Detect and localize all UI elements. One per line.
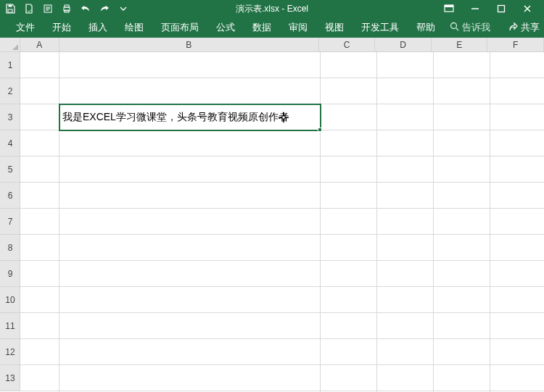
svg-rect-7 [445,5,453,7]
row-header-7[interactable]: 7 [0,209,20,235]
row-header-4[interactable]: 4 [0,130,20,157]
tell-me-label: 告诉我 [462,21,490,34]
column-header-B[interactable]: B [59,38,319,52]
ribbon-tabs: 文件 开始 插入 绘图 页面布局 公式 数据 审阅 视图 开发工具 帮助 告诉我… [0,17,544,38]
fill-handle[interactable] [318,128,322,132]
row-header-10[interactable]: 10 [0,287,20,313]
svg-rect-9 [498,6,505,12]
share-icon [508,22,518,33]
column-header-D[interactable]: D [375,38,432,52]
undo-icon[interactable] [80,3,91,14]
svg-point-10 [451,23,457,29]
column-header-C[interactable]: C [319,38,376,52]
close-icon[interactable] [521,2,534,15]
quick-print-icon[interactable] [61,3,73,14]
share-button[interactable]: 共享 [508,21,540,34]
row-header-8[interactable]: 8 [0,235,20,261]
row-header-12[interactable]: 12 [0,339,20,365]
cell-grid[interactable]: 我是EXCEL学习微课堂，头条号教育视频原创作者 [20,52,544,392]
select-all-button[interactable] [0,38,20,52]
worksheet-area: ABCDEF 12345678910111213 我是EXCEL学习微课堂，头条… [0,38,544,392]
svg-rect-4 [65,5,69,7]
column-header-F[interactable]: F [487,38,544,52]
ribbon-display-options-icon[interactable] [442,2,456,15]
row-header-5[interactable]: 5 [0,157,20,183]
tab-insert[interactable]: 插入 [80,17,116,38]
tab-formulas[interactable]: 公式 [207,17,244,38]
row-header-11[interactable]: 11 [0,313,20,339]
tab-file[interactable]: 文件 [7,17,44,38]
tab-draw[interactable]: 绘图 [116,17,152,38]
svg-rect-1 [9,5,12,7]
tab-home[interactable]: 开始 [44,17,80,38]
column-header-E[interactable]: E [432,38,488,52]
column-headers: ABCDEF [20,38,544,52]
row-header-6[interactable]: 6 [0,183,20,209]
print-preview-icon[interactable] [42,3,54,14]
qat-customize-icon[interactable] [118,3,129,14]
row-headers: 12345678910111213 [0,52,20,391]
row-header-2[interactable]: 2 [0,78,20,104]
row-header-3[interactable]: 3 [0,104,20,130]
svg-line-11 [456,28,459,31]
title-bar: 演示表.xlsx - Excel [0,0,544,17]
tab-view[interactable]: 视图 [316,17,353,38]
row-header-13[interactable]: 13 [0,365,20,391]
tell-me-search[interactable]: 告诉我 [450,21,490,34]
cell-B3[interactable]: 我是EXCEL学习微课堂，头条号教育视频原创作者 [59,104,289,130]
minimize-icon[interactable] [469,2,482,15]
new-file-icon[interactable] [23,3,35,14]
maximize-icon[interactable] [495,2,508,15]
row-header-9[interactable]: 9 [0,261,20,287]
tab-page-layout[interactable]: 页面布局 [152,17,207,38]
tab-help[interactable]: 帮助 [408,17,444,38]
window-title: 演示表.xlsx - Excel [236,3,308,15]
row-header-1[interactable]: 1 [0,52,20,78]
redo-icon[interactable] [99,3,110,14]
share-label: 共享 [521,21,540,34]
svg-rect-0 [8,9,12,12]
quick-access-toolbar [0,3,129,14]
tab-data[interactable]: 数据 [244,17,280,38]
tab-review[interactable]: 审阅 [280,17,316,38]
column-header-A[interactable]: A [20,38,59,52]
search-icon [450,22,459,33]
tab-developer[interactable]: 开发工具 [353,17,408,38]
window-controls [442,0,544,17]
save-icon[interactable] [4,3,16,14]
